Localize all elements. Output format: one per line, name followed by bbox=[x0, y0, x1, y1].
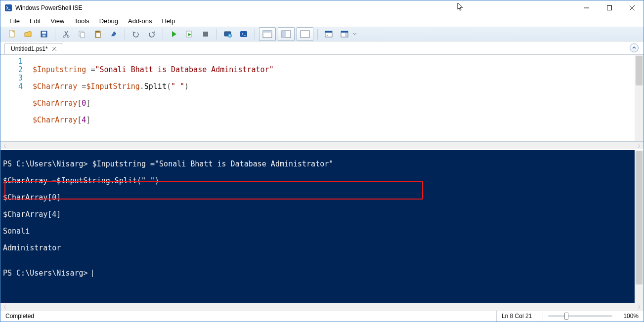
zoom-thumb[interactable] bbox=[564, 313, 568, 320]
svg-rect-24 bbox=[263, 31, 272, 33]
window-controls bbox=[575, 0, 644, 15]
svg-rect-15 bbox=[96, 33, 100, 37]
code-line: $Inputstring ="Sonali Bhatt is Database … bbox=[33, 66, 644, 74]
svg-rect-21 bbox=[240, 31, 247, 37]
window-title: Windows PowerShell ISE bbox=[15, 4, 575, 11]
copy-button[interactable] bbox=[74, 27, 90, 41]
svg-rect-7 bbox=[42, 32, 46, 34]
toolbar-overflow[interactable] bbox=[352, 27, 357, 41]
stop-button[interactable] bbox=[198, 27, 214, 41]
close-button[interactable] bbox=[621, 0, 644, 15]
toolbar-sep bbox=[255, 29, 255, 40]
console-caret bbox=[92, 270, 93, 277]
run-button[interactable] bbox=[166, 27, 182, 41]
console-output: Administrator bbox=[3, 244, 644, 252]
line-gutter: 1 2 3 4 bbox=[0, 55, 28, 141]
console-output: Sonali bbox=[3, 227, 644, 236]
console-vscrollbar[interactable] bbox=[635, 150, 644, 303]
app-icon bbox=[4, 4, 12, 12]
open-button[interactable] bbox=[20, 27, 36, 41]
powershell-button[interactable] bbox=[236, 27, 252, 41]
svg-rect-18 bbox=[203, 32, 208, 37]
console-line: PS C:\Users\Nisarg> $Inputstring ="Sonal… bbox=[3, 160, 644, 168]
svg-line-4 bbox=[630, 5, 635, 10]
save-button[interactable] bbox=[36, 27, 52, 41]
paste-button[interactable] bbox=[90, 27, 106, 41]
tab-label: Untitled1.ps1* bbox=[11, 45, 48, 52]
toolbar-sep bbox=[317, 29, 318, 40]
scroll-thumb[interactable] bbox=[636, 56, 643, 85]
code-line: $CharArray[0] bbox=[33, 99, 644, 108]
menubar: File Edit View Tools Debug Add-ons Help bbox=[0, 15, 644, 27]
toolbar-sep bbox=[125, 29, 125, 40]
collapse-script-button[interactable] bbox=[630, 43, 639, 52]
svg-rect-14 bbox=[96, 31, 99, 32]
clear-button[interactable] bbox=[106, 27, 122, 41]
svg-rect-12 bbox=[81, 33, 85, 38]
layout-both-button[interactable] bbox=[259, 27, 276, 41]
menu-addons[interactable]: Add-ons bbox=[123, 16, 157, 26]
svg-line-3 bbox=[630, 5, 635, 10]
line-number: 4 bbox=[0, 82, 23, 91]
svg-point-10 bbox=[67, 36, 69, 38]
show-command-button[interactable] bbox=[321, 27, 337, 41]
console-line: $CharArray[4] bbox=[3, 210, 644, 219]
cut-button[interactable] bbox=[58, 27, 74, 41]
menu-tools[interactable]: Tools bbox=[69, 16, 94, 26]
console[interactable]: PS C:\Users\Nisarg> $Inputstring ="Sonal… bbox=[0, 150, 644, 303]
zoom-control[interactable] bbox=[543, 311, 617, 322]
new-remote-button[interactable] bbox=[220, 27, 236, 41]
svg-rect-16 bbox=[111, 36, 115, 37]
script-editor-pane: 1 2 3 4 $Inputstring ="Sonali Bhatt is D… bbox=[0, 54, 644, 142]
new-button[interactable] bbox=[4, 27, 20, 41]
svg-rect-2 bbox=[607, 6, 612, 10]
toolbar-sep bbox=[55, 29, 55, 40]
svg-rect-27 bbox=[301, 31, 309, 38]
line-number: 2 bbox=[0, 66, 23, 74]
svg-point-9 bbox=[63, 36, 65, 38]
code-line: $CharArray =$InputString.Split(" ") bbox=[33, 82, 644, 91]
maximize-button[interactable] bbox=[598, 0, 621, 15]
layout-console-button[interactable] bbox=[297, 27, 313, 41]
toolbar bbox=[0, 27, 644, 41]
scroll-thumb[interactable] bbox=[636, 151, 643, 284]
script-editor[interactable]: $Inputstring ="Sonali Bhatt is Database … bbox=[28, 55, 644, 141]
editor-hscrollbar[interactable] bbox=[0, 142, 644, 149]
svg-rect-31 bbox=[341, 31, 348, 33]
zoom-slider[interactable] bbox=[548, 315, 612, 317]
line-number: 1 bbox=[0, 57, 23, 66]
tab-close-icon[interactable] bbox=[51, 45, 58, 52]
scroll-right-icon bbox=[637, 143, 642, 148]
console-pane: PS C:\Users\Nisarg> $Inputstring ="Sonal… bbox=[0, 149, 644, 303]
editor-vscrollbar[interactable] bbox=[635, 55, 644, 141]
svg-rect-26 bbox=[282, 31, 286, 38]
layout-script-button[interactable] bbox=[278, 27, 295, 41]
show-addon-button[interactable] bbox=[337, 27, 352, 41]
redo-button[interactable] bbox=[144, 27, 160, 41]
code-line: $CharArray[4] bbox=[33, 116, 644, 124]
menu-view[interactable]: View bbox=[45, 16, 69, 26]
menu-file[interactable]: File bbox=[4, 16, 25, 26]
titlebar: Windows PowerShell ISE bbox=[0, 0, 644, 15]
line-number: 3 bbox=[0, 74, 23, 82]
tab-untitled1[interactable]: Untitled1.ps1* bbox=[4, 43, 62, 55]
cursor-icon bbox=[457, 2, 464, 11]
console-hscrollbar[interactable] bbox=[0, 303, 644, 310]
minimize-button[interactable] bbox=[575, 0, 598, 15]
console-prompt: PS C:\Users\Nisarg> bbox=[3, 269, 92, 278]
zoom-value: 100% bbox=[623, 313, 639, 320]
menu-debug[interactable]: Debug bbox=[94, 16, 123, 26]
svg-rect-0 bbox=[5, 4, 12, 11]
console-prompt-line: PS C:\Users\Nisarg> bbox=[3, 269, 644, 278]
scroll-left-icon bbox=[2, 143, 7, 148]
menu-edit[interactable]: Edit bbox=[25, 16, 45, 26]
tab-strip: Untitled1.ps1* bbox=[0, 41, 644, 54]
console-line: $CharArray[0] bbox=[3, 194, 644, 202]
toolbar-sep bbox=[163, 29, 163, 40]
cursor-position: Ln 8 Col 21 bbox=[496, 311, 537, 322]
status-text: Completed bbox=[5, 313, 34, 320]
undo-button[interactable] bbox=[128, 27, 144, 41]
menu-help[interactable]: Help bbox=[157, 16, 180, 26]
statusbar: Completed Ln 8 Col 21 100% bbox=[0, 310, 644, 322]
run-selection-button[interactable] bbox=[182, 27, 198, 41]
